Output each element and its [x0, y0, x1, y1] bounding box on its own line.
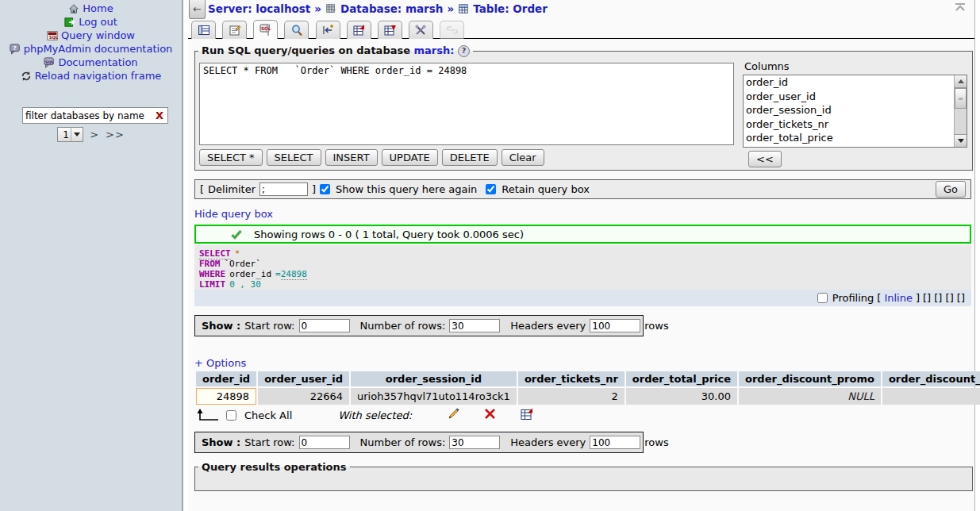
headers-every-label: Headers every: [510, 436, 586, 448]
sql-line: WHEREorder_id=24898: [199, 269, 971, 279]
hide-query-box-link[interactable]: Hide query box: [194, 208, 273, 220]
insert-button[interactable]: INSERT: [325, 149, 378, 166]
svg-text:SQL: SQL: [45, 59, 54, 63]
column-header[interactable]: order_session_id: [351, 371, 517, 386]
sidebar-item-pma-docs[interactable]: ? phpMyAdmin documentation: [0, 42, 182, 56]
last-page-link[interactable]: >>: [106, 129, 125, 140]
select-star-button[interactable]: SELECT *: [199, 149, 263, 166]
show-query-again-label: Show this query here again: [336, 183, 477, 195]
tab-insert[interactable]: [316, 21, 340, 39]
breadcrumb-database-link[interactable]: Database: marsh: [340, 2, 443, 15]
check-all-checkbox[interactable]: [226, 410, 236, 421]
database-marsh-link[interactable]: marsh:: [414, 44, 455, 56]
sidebar-item-home[interactable]: Home: [0, 2, 182, 15]
profiling-row: Profiling [ Inline ] [] [] [] []: [194, 290, 971, 306]
sidebar-item-label: Query window: [61, 29, 135, 41]
tab-export[interactable]: [347, 21, 371, 39]
select-button[interactable]: SELECT: [267, 149, 321, 166]
column-header[interactable]: order_user_id: [258, 371, 349, 386]
column-option[interactable]: order_tickets_nr: [744, 117, 967, 132]
bracket-close: ]: [312, 183, 316, 195]
start-row-input[interactable]: [299, 319, 350, 332]
profiling-checkbox[interactable]: [817, 293, 828, 303]
logout-icon: [64, 17, 75, 28]
headers-every-label: Headers every: [510, 320, 586, 332]
column-option[interactable]: order_total_price: [744, 131, 967, 145]
sidebar-item-logout[interactable]: Log out: [0, 15, 182, 29]
tab-browse[interactable]: [191, 21, 216, 39]
query-results-operations-fieldset: Query results operations: [194, 461, 973, 491]
database-icon: [325, 3, 336, 14]
sidebar-item-documentation[interactable]: SQL Documentation: [0, 56, 182, 69]
column-header[interactable]: order_tickets_nr: [518, 371, 625, 386]
status-message: Showing rows 0 - 0 ( 1 total, Query took…: [194, 225, 971, 244]
svg-text:?: ?: [13, 44, 16, 51]
question-bubble-icon: ?: [10, 44, 21, 55]
headers-every-input[interactable]: [590, 319, 640, 332]
pagination-bar-top: Show : Start row: Number of rows: Header…: [194, 315, 644, 336]
tab-empty: [440, 21, 464, 39]
retain-query-box-checkbox[interactable]: [486, 184, 496, 194]
export-selected-button[interactable]: [520, 407, 533, 423]
scroll-up-icon[interactable]: [955, 75, 967, 88]
sidebar-item-query-window[interactable]: SQL Query window: [0, 29, 182, 42]
tab-structure[interactable]: [222, 21, 247, 39]
column-header[interactable]: order_total_price: [626, 371, 737, 386]
help-icon[interactable]: ?: [458, 45, 470, 57]
delete-button[interactable]: DELETE: [442, 149, 498, 166]
pencil-icon: [447, 407, 460, 421]
breadcrumb-separator: »: [314, 2, 321, 15]
tab-import[interactable]: [378, 21, 402, 39]
go-button[interactable]: Go: [936, 181, 966, 198]
next-page-link[interactable]: >: [90, 129, 99, 140]
edit-selected-button[interactable]: [447, 407, 460, 423]
inline-edit-link[interactable]: Inline: [884, 292, 913, 304]
column-option[interactable]: order_id: [744, 75, 967, 90]
options-toggle-link[interactable]: + Options: [194, 357, 246, 369]
database-filter-input[interactable]: [23, 110, 152, 122]
number-of-rows-input[interactable]: [449, 319, 500, 332]
columns-listbox[interactable]: order_id order_user_id order_session_id …: [743, 75, 967, 148]
headers-every-input[interactable]: [590, 436, 640, 449]
query-template-buttons: SELECT * SELECT INSERT UPDATE DELETE Cle…: [199, 149, 544, 166]
row-actions-bar: Check All With selected:: [196, 405, 533, 425]
bracket-open: [: [200, 183, 204, 195]
column-header[interactable]: order_discount_price: [882, 371, 980, 386]
column-option[interactable]: order_session_id: [744, 103, 967, 117]
cell-order-total-price: 30.00: [626, 388, 737, 405]
delimiter-input[interactable]: [259, 182, 308, 196]
number-of-rows-input[interactable]: [449, 436, 500, 449]
sidebar-item-label: Documentation: [58, 56, 137, 68]
tab-operations[interactable]: [409, 21, 433, 39]
check-all-label[interactable]: Check All: [244, 409, 292, 421]
clear-button[interactable]: Clear: [502, 149, 544, 166]
collapse-top-icon[interactable]: [954, 2, 967, 14]
start-row-input[interactable]: [299, 436, 350, 449]
breadcrumb-server-link[interactable]: Server: localhost: [208, 2, 310, 15]
retain-query-box-label: Retain query box: [502, 183, 590, 195]
operations-icon: [414, 24, 427, 36]
page-select[interactable]: 1: [57, 127, 83, 142]
bracket-close: ]: [916, 292, 920, 304]
show-query-again-checkbox[interactable]: [320, 184, 330, 194]
column-option[interactable]: order_user_id: [744, 90, 967, 104]
columns-scrollbar[interactable]: ≡: [954, 75, 967, 147]
show-label: Show :: [202, 320, 240, 332]
tab-sql[interactable]: SQL: [253, 20, 278, 39]
sidebar-item-reload-nav[interactable]: Reload navigation frame: [0, 69, 182, 83]
column-header[interactable]: order_discount_promo: [739, 371, 881, 386]
scroll-thumb[interactable]: ≡: [955, 88, 967, 109]
insert-column-button[interactable]: <<: [748, 151, 782, 167]
filter-clear-button[interactable]: X: [152, 110, 167, 121]
breadcrumb-table-link[interactable]: Table: Order: [473, 2, 548, 15]
sidebar-item-label: Reload navigation frame: [35, 70, 162, 82]
sql-window-icon: SQL: [47, 30, 58, 41]
sql-query-textarea[interactable]: SELECT * FROM `Order` WHERE order_id = 2…: [199, 63, 734, 145]
delete-selected-button[interactable]: [484, 408, 496, 422]
column-header[interactable]: order_id: [196, 371, 256, 386]
export-table-icon: [520, 407, 533, 421]
scroll-down-icon[interactable]: [955, 134, 967, 147]
update-button[interactable]: UPDATE: [382, 149, 438, 166]
back-button[interactable]: ←: [189, 0, 206, 19]
tab-search[interactable]: [284, 21, 309, 39]
